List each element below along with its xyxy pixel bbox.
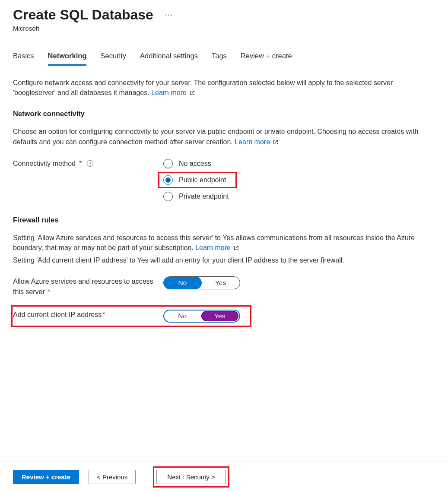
radio-public-endpoint[interactable]: Public endpoint bbox=[163, 174, 229, 187]
intro-learn-more-link[interactable]: Learn more bbox=[151, 89, 187, 96]
firewall-desc-2: Setting 'Add current client IP address' … bbox=[13, 255, 435, 265]
radio-no-access[interactable]: No access bbox=[163, 159, 229, 168]
toggle-yes[interactable]: Yes bbox=[201, 277, 240, 289]
external-link-icon bbox=[189, 89, 195, 98]
footer-bar: Review + create < Previous Next : Securi… bbox=[0, 462, 448, 491]
previous-button[interactable]: < Previous bbox=[89, 470, 136, 484]
tab-basics[interactable]: Basics bbox=[13, 49, 34, 65]
network-connectivity-heading: Network connectivity bbox=[13, 110, 435, 118]
network-connectivity-desc: Choose an option for configuring connect… bbox=[13, 127, 435, 147]
connectivity-desc-body: Choose an option for configuring connect… bbox=[13, 128, 418, 145]
required-indicator: * bbox=[102, 310, 105, 320]
next-security-button[interactable]: Next : Security > bbox=[156, 470, 226, 484]
external-link-icon bbox=[233, 244, 239, 253]
tab-review-create[interactable]: Review + create bbox=[241, 49, 292, 65]
page-subtitle: Microsoft bbox=[13, 25, 435, 32]
intro-text-body: Configure network access and connectivit… bbox=[13, 79, 393, 96]
connectivity-learn-more-link[interactable]: Learn more bbox=[235, 138, 270, 146]
intro-text: Configure network access and connectivit… bbox=[13, 78, 435, 98]
more-icon[interactable]: ··· bbox=[165, 10, 173, 19]
connectivity-method-label: Connectivity method bbox=[13, 160, 76, 168]
firewall-learn-more-link[interactable]: Learn more bbox=[195, 244, 231, 251]
tab-security[interactable]: Security bbox=[100, 49, 126, 65]
add-client-ip-label: Add current client IP address bbox=[13, 310, 102, 320]
tab-tags[interactable]: Tags bbox=[212, 49, 227, 65]
allow-azure-services-toggle[interactable]: No Yes bbox=[163, 276, 240, 289]
tab-networking[interactable]: Networking bbox=[48, 49, 87, 66]
tab-additional-settings[interactable]: Additional settings bbox=[140, 49, 198, 65]
radio-private-endpoint-label: Private endpoint bbox=[179, 193, 229, 200]
toggle-no[interactable]: No bbox=[163, 276, 202, 289]
radio-icon bbox=[163, 192, 173, 201]
review-create-button[interactable]: Review + create bbox=[13, 470, 79, 484]
required-indicator: * bbox=[79, 160, 82, 168]
required-indicator: * bbox=[48, 288, 50, 295]
toggle-yes[interactable]: Yes bbox=[201, 311, 239, 321]
firewall-rules-heading: Firewall rules bbox=[13, 216, 435, 224]
radio-icon bbox=[163, 159, 173, 168]
radio-icon bbox=[163, 175, 173, 185]
add-client-ip-toggle[interactable]: No Yes bbox=[163, 310, 240, 323]
toggle-no[interactable]: No bbox=[164, 310, 201, 322]
allow-azure-services-label: Allow Azure services and resources to ac… bbox=[13, 278, 153, 295]
tab-bar: Basics Networking Security Additional se… bbox=[13, 49, 435, 66]
info-icon[interactable]: i bbox=[87, 160, 93, 167]
radio-public-endpoint-label: Public endpoint bbox=[179, 176, 226, 184]
page-title: Create SQL Database bbox=[13, 7, 153, 23]
radio-private-endpoint[interactable]: Private endpoint bbox=[163, 192, 229, 201]
radio-no-access-label: No access bbox=[179, 160, 211, 168]
firewall-desc-1: Setting 'Allow Azure services and resour… bbox=[13, 233, 435, 253]
external-link-icon bbox=[273, 138, 279, 148]
